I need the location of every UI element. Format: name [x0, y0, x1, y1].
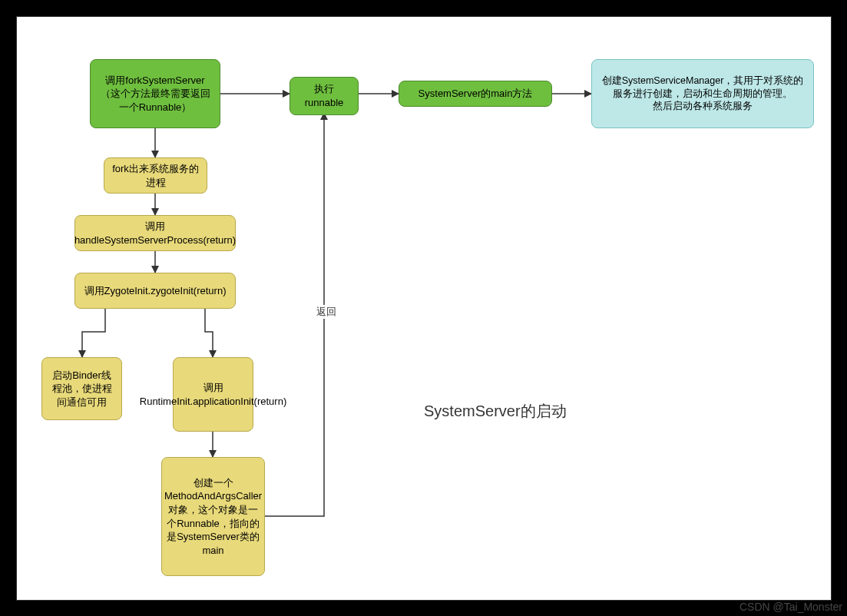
node-binder-pool: 启动Binder线程池，使进程间通信可用	[41, 357, 122, 420]
node-create-service-manager: 创建SystemServiceManager，其用于对系统的服务进行创建，启动和…	[591, 59, 814, 128]
node-system-server-main: SystemServer的main方法	[399, 81, 552, 107]
node-text: 调用forkSystemServer（这个方法最终需要返回一个Runnable）	[98, 74, 212, 114]
node-text: 调用handleSystemServerProcess(return)	[74, 220, 236, 247]
node-handle-system-server-process: 调用handleSystemServerProcess(return)	[74, 215, 236, 251]
node-fork-system-server: 调用forkSystemServer（这个方法最终需要返回一个Runnable）	[90, 59, 220, 128]
node-text: 启动Binder线程池，使进程间通信可用	[50, 369, 114, 409]
node-text: SystemServer的main方法	[419, 87, 533, 101]
node-text: 执行runnable	[298, 82, 350, 109]
edge-label-return: 返回	[315, 305, 338, 319]
diagram-canvas: 调用forkSystemServer（这个方法最终需要返回一个Runnable）…	[16, 16, 832, 601]
node-text: fork出来系统服务的进程	[112, 162, 199, 189]
node-text: 调用ZygoteInit.zygoteInit(return)	[84, 284, 227, 298]
node-method-args-caller: 创建一个MethodAndArgsCaller对象，这个对象是一个Runnabl…	[161, 457, 265, 576]
node-text: 创建一个MethodAndArgsCaller对象，这个对象是一个Runnabl…	[164, 476, 262, 557]
node-fork-process: fork出来系统服务的进程	[104, 157, 207, 194]
watermark: CSDN @Tai_Monster	[739, 601, 842, 613]
node-run-runnable: 执行runnable	[290, 77, 359, 115]
node-zygote-init: 调用ZygoteInit.zygoteInit(return)	[74, 273, 236, 309]
node-text: 调用RuntimeInit.applicationInit(return)	[140, 381, 286, 408]
node-text: 创建SystemServiceManager，其用于对系统的服务进行创建，启动和…	[600, 75, 806, 114]
node-runtime-init: 调用RuntimeInit.applicationInit(return)	[173, 357, 253, 432]
diagram-title: SystemServer的启动	[424, 401, 567, 422]
